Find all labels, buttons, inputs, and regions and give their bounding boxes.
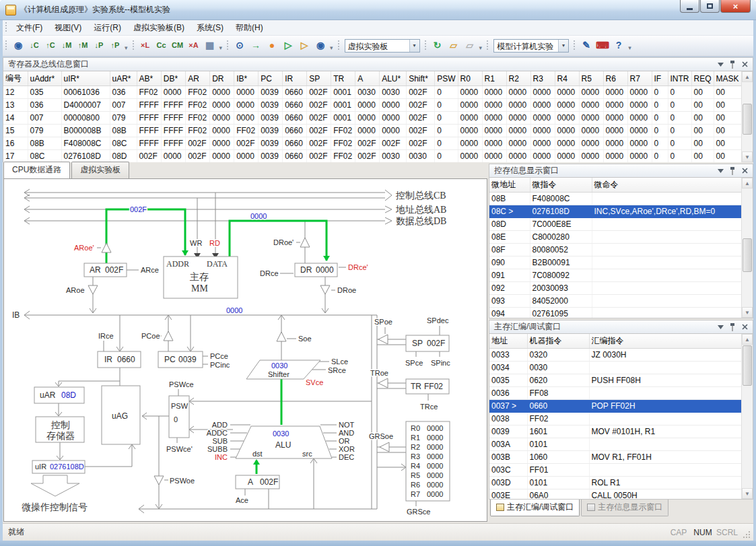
column-header[interactable]: 地址 <box>489 334 527 349</box>
column-header[interactable]: uAddr* <box>28 71 61 86</box>
column-header[interactable]: IB* <box>234 71 259 86</box>
chevron-down-icon[interactable]: ▾ <box>558 40 568 52</box>
menu-system[interactable]: 系统(S) <box>191 20 230 36</box>
toolbar-overflow-icon[interactable]: ▾ <box>478 40 485 51</box>
column-header[interactable]: R5 <box>579 71 603 86</box>
step-over-icon[interactable]: → <box>248 38 263 53</box>
memory-row[interactable]: 0036FF08 <box>489 387 741 400</box>
close-button[interactable]: × <box>720 0 751 13</box>
panel-menu-icon[interactable] <box>715 166 726 176</box>
column-header[interactable]: uAR* <box>110 71 137 86</box>
close-icon[interactable] <box>739 60 750 69</box>
toolbar-grip[interactable] <box>226 40 230 51</box>
column-header[interactable]: 微命令 <box>592 178 741 193</box>
column-header[interactable]: ALU* <box>380 71 407 86</box>
step-up-c-icon[interactable]: ↑C <box>43 38 58 53</box>
refresh-icon[interactable]: ↻ <box>430 38 445 53</box>
column-header[interactable]: 微指令 <box>530 178 592 193</box>
step-down-p-icon[interactable]: ↓P <box>92 38 106 53</box>
column-header[interactable]: DR <box>210 71 234 86</box>
column-header[interactable]: SP <box>307 71 331 86</box>
register-row[interactable]: 1203500061036036FF020000FF02000000000039… <box>3 86 741 99</box>
column-header[interactable]: R3 <box>530 71 555 86</box>
clear-l-icon[interactable]: ×L <box>138 38 153 53</box>
microcode-row[interactable]: 08BF408008C <box>489 193 741 205</box>
scroll-up-icon[interactable]: ▲ <box>742 334 753 345</box>
scroll-down-icon[interactable]: ▼ <box>742 307 753 318</box>
step-down-c-icon[interactable]: ↓C <box>27 38 42 53</box>
menu-virtual-board[interactable]: 虚拟实验板(B) <box>127 20 191 36</box>
tab-cpu-datapath[interactable]: CPU数据通路 <box>3 162 70 179</box>
load-program-icon[interactable]: ▷ <box>281 38 296 53</box>
memory-row[interactable]: 00340030 <box>489 362 741 374</box>
register-row[interactable]: 1708C0276108D08D002F0000002F000000000039… <box>3 150 741 163</box>
register-row[interactable]: 1608BF408008C08CFFFFFFFF002F0000002F0039… <box>3 137 741 150</box>
set-m-icon[interactable]: CM <box>170 38 185 53</box>
column-header[interactable]: AB* <box>137 71 161 86</box>
continue-icon[interactable]: ◉ <box>313 38 328 53</box>
microcode-row[interactable]: 08EC8000280 <box>489 231 741 244</box>
menu-help[interactable]: 帮助(H) <box>230 20 269 36</box>
microcode-row[interactable]: 08F80080052 <box>489 244 741 257</box>
scrollbar-thumb[interactable] <box>743 238 752 272</box>
control-store-scrollbar[interactable]: ▲ ▼ <box>741 178 753 318</box>
breakpoint-icon[interactable]: ● <box>265 38 279 53</box>
folder-icon[interactable]: ▱ <box>462 38 477 53</box>
scrollbar-thumb[interactable] <box>743 104 752 135</box>
column-header[interactable]: DB* <box>161 71 185 86</box>
pin-icon[interactable] <box>727 322 738 332</box>
column-header[interactable]: Shift* <box>407 71 435 86</box>
column-header[interactable]: 汇编指令 <box>589 334 741 349</box>
toolbar-grip[interactable] <box>486 40 489 51</box>
toolbar-grip[interactable] <box>337 40 341 51</box>
column-header[interactable]: PSW <box>435 71 458 86</box>
column-header[interactable]: R1 <box>482 71 506 86</box>
column-header[interactable]: R0 <box>458 71 482 86</box>
scrollbar-thumb[interactable] <box>743 345 752 386</box>
microcode-row[interactable]: 08D7C000E8E <box>489 218 741 231</box>
watch-icon[interactable]: ◉ <box>11 38 26 53</box>
column-header[interactable]: 编号 <box>3 71 28 86</box>
virtual-board-combo[interactable]: 虚拟实验板▾ <box>345 39 420 53</box>
chevron-down-icon[interactable]: ▾ <box>409 40 419 52</box>
column-header[interactable]: R4 <box>555 71 579 86</box>
toolbar-overflow-icon[interactable]: ▾ <box>627 40 633 51</box>
memory-row[interactable]: 003A0101 <box>489 438 741 451</box>
open-folder-icon[interactable]: ▱ <box>446 38 461 53</box>
tab-memory-info[interactable]: 主存信息显示窗口 <box>581 500 668 516</box>
memory-row[interactable]: 0038FF02 <box>489 413 741 425</box>
close-icon[interactable] <box>739 166 750 176</box>
scroll-up-icon[interactable]: ▲ <box>742 178 753 189</box>
scroll-down-icon[interactable]: ▼ <box>742 151 753 162</box>
toolbar-overflow-icon[interactable]: ▾ <box>218 40 225 51</box>
column-header[interactable]: IR <box>283 71 307 86</box>
toolbar-overflow-icon[interactable]: ▾ <box>329 40 335 51</box>
titlebar[interactable]: 《计算机组成原理》实验系统--模型机实验 × <box>0 0 756 20</box>
column-header[interactable]: MASK <box>714 71 741 86</box>
pin-icon[interactable] <box>727 60 738 69</box>
keyboard-icon[interactable]: ⌨ <box>595 38 610 53</box>
column-header[interactable]: R7 <box>627 71 652 86</box>
column-header[interactable]: A <box>355 71 380 86</box>
register-row[interactable]: 1400700000800079FFFFFFFFFF02000000000039… <box>3 112 741 125</box>
column-header[interactable]: INTR <box>668 71 691 86</box>
microcode-row[interactable]: 090B2B00091 <box>489 257 741 269</box>
memory-row[interactable]: 003E06A0CALL 0050H <box>489 489 741 500</box>
minimize-button[interactable] <box>680 0 699 13</box>
column-header[interactable]: AR <box>186 71 210 86</box>
column-header[interactable]: REQ <box>691 71 714 86</box>
column-header[interactable]: 微地址 <box>489 178 530 193</box>
memory-scrollbar[interactable]: ▲ ▼ <box>741 334 753 499</box>
memory-row[interactable]: 003CFF01 <box>489 464 741 477</box>
run-icon[interactable]: ⊙ <box>232 38 247 53</box>
scroll-up-icon[interactable]: ▲ <box>742 71 753 82</box>
brush-icon[interactable]: ✎ <box>579 38 594 53</box>
memory-row[interactable]: 00350620PUSH FF08H <box>489 374 741 387</box>
register-row[interactable]: 15079B000008B08BFFFFFFFFFF020000FF020039… <box>3 125 741 137</box>
microcode-row[interactable]: 09384052000 <box>489 295 741 308</box>
resize-grip[interactable] <box>742 530 751 539</box>
memory-row[interactable]: 00391601MOV #0101H, R1 <box>489 425 741 438</box>
set-c-icon[interactable]: Cc <box>154 38 169 53</box>
column-header[interactable]: TR <box>331 71 355 86</box>
microcode-row[interactable]: 09402761095 <box>489 308 741 319</box>
